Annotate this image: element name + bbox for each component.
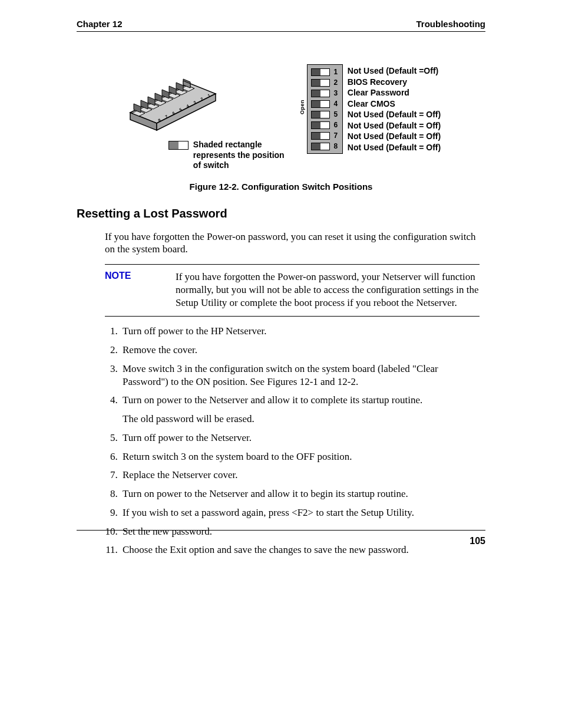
section-heading: Resetting a Lost Password bbox=[77, 207, 485, 220]
switch-chip-icon bbox=[311, 143, 330, 150]
switch-row: 3 bbox=[311, 89, 339, 97]
switch-label: Not Used (Default = Off) bbox=[348, 121, 441, 130]
list-item: Turn on power to the Netserver and allow… bbox=[120, 487, 480, 500]
switch-label: Not Used (Default =Off) bbox=[348, 67, 441, 75]
switch-diagram: Open 1 2 3 4 5 6 7 8 Not Used (Default =… bbox=[299, 64, 441, 154]
switch-chip-icon bbox=[311, 68, 330, 76]
switch-label: Clear CMOS bbox=[348, 100, 441, 108]
list-item: Turn on power to the Netserver and allow… bbox=[120, 394, 480, 426]
list-item: Turn off power to the Netserver. bbox=[120, 431, 480, 444]
running-header: Chapter 12 Troubleshooting bbox=[77, 19, 485, 32]
list-item: Replace the Netserver cover. bbox=[120, 469, 480, 482]
switch-label: Not Used (Default = Off) bbox=[348, 110, 441, 119]
open-label: Open bbox=[299, 100, 305, 114]
header-left: Chapter 12 bbox=[77, 19, 123, 29]
switch-labels: Not Used (Default =Off) BIOS Recovery Cl… bbox=[348, 64, 441, 151]
switch-chip-icon bbox=[311, 132, 330, 140]
switch-row: 7 bbox=[311, 131, 339, 140]
switch-label: Not Used (Default = Off) bbox=[348, 143, 441, 152]
footer-rule bbox=[77, 530, 485, 531]
switch-row: 5 bbox=[311, 110, 339, 118]
legend-text: Shaded rectangle represents the position… bbox=[193, 140, 287, 171]
legend: Shaded rectangle represents the position… bbox=[168, 140, 287, 171]
list-item: Move switch 3 in the configuration switc… bbox=[120, 363, 480, 388]
switch-chip-icon bbox=[311, 100, 330, 108]
figure-block: 1 2 3 4 5 6 7 8 Shaded rectangle repres bbox=[77, 64, 485, 192]
header-right: Troubleshooting bbox=[416, 19, 486, 29]
legend-chip-icon bbox=[168, 141, 189, 150]
switch-chip-icon bbox=[311, 79, 330, 87]
figure-caption: Figure 12-2. Configuration Switch Positi… bbox=[77, 182, 485, 192]
intro-paragraph: If you have forgotten the Power-on passw… bbox=[105, 230, 480, 256]
dip-switch-isometric-icon: 1 2 3 4 5 6 7 8 bbox=[121, 64, 222, 135]
switch-row: 4 bbox=[311, 100, 339, 108]
switch-label: BIOS Recovery bbox=[348, 78, 441, 87]
switch-chip-icon bbox=[311, 121, 330, 129]
list-item: Set the new password. bbox=[120, 525, 480, 538]
switch-chip-icon bbox=[311, 90, 330, 97]
list-item: Return switch 3 on the system board to t… bbox=[120, 450, 480, 463]
switch-chip-icon bbox=[311, 111, 330, 118]
switch-label: Not Used (Default = Off) bbox=[348, 132, 441, 141]
note-box: NOTE If you have forgotten the Power-on … bbox=[105, 264, 480, 317]
page-number: 105 bbox=[470, 536, 485, 546]
list-item: If you wish to set a password again, pre… bbox=[120, 506, 480, 519]
note-text: If you have forgotten the Power-on passw… bbox=[176, 271, 480, 309]
switch-row: 2 bbox=[311, 78, 339, 87]
list-item: Remove the cover. bbox=[120, 344, 480, 357]
switch-box: 1 2 3 4 5 6 7 8 bbox=[307, 64, 343, 154]
steps-list: Turn off power to the HP Netserver. Remo… bbox=[105, 325, 480, 556]
note-label: NOTE bbox=[105, 271, 140, 309]
switch-label: Clear Password bbox=[348, 88, 441, 97]
switch-row: 1 bbox=[311, 68, 339, 76]
page: Chapter 12 Troubleshooting bbox=[0, 0, 562, 728]
switch-row: 8 bbox=[311, 142, 339, 150]
switch-row: 6 bbox=[311, 121, 339, 129]
list-item: Turn off power to the HP Netserver. bbox=[120, 325, 480, 338]
list-item: Choose the Exit option and save the chan… bbox=[120, 543, 480, 556]
